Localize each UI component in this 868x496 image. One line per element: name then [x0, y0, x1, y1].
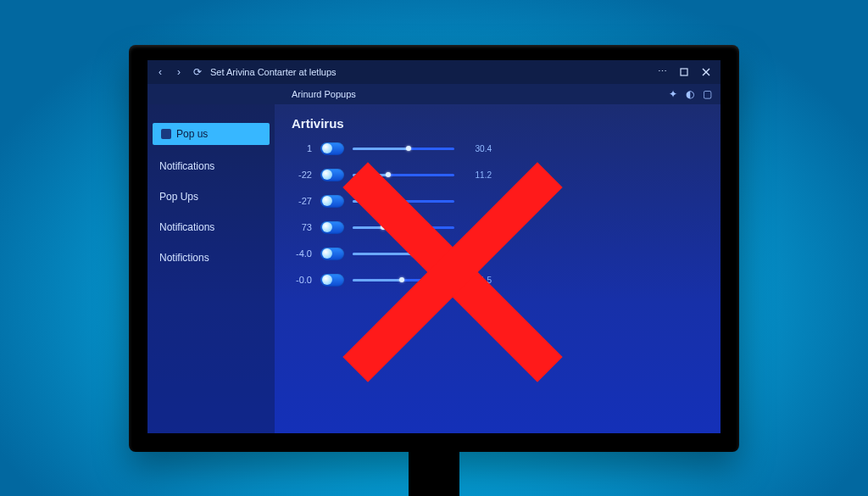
close-button[interactable]	[695, 63, 717, 81]
more-button[interactable]: ⋯	[651, 63, 673, 81]
row-toggle[interactable]	[320, 169, 344, 181]
sidebar-item-label: Pop us	[176, 128, 208, 140]
close-icon	[702, 68, 710, 76]
slider-knob[interactable]	[381, 225, 386, 230]
slider-knob[interactable]	[392, 198, 398, 203]
row-toggle[interactable]	[320, 248, 344, 260]
window-body: Pop us Notifications Pop Ups Notificatio…	[147, 104, 721, 433]
slider-fill	[353, 200, 395, 203]
row-toggle[interactable]	[320, 274, 344, 287]
sidebar-item-label: Notifictions	[159, 252, 209, 264]
row-value: 71.5	[463, 276, 492, 285]
app-window: ‹ › ⟳ Set Arivina Contarter at letlups ⋯…	[147, 60, 721, 433]
popup-icon	[161, 129, 171, 139]
slider-fill	[353, 226, 383, 229]
settings-rows: 130.4-2211.2-2773-4.02.6-0.071.5	[292, 142, 704, 287]
svg-rect-0	[681, 69, 687, 75]
monitor-stand	[409, 435, 459, 497]
row-value: 2.6	[463, 249, 492, 259]
maximize-button[interactable]	[673, 63, 695, 81]
row-label: -4.0	[292, 248, 312, 259]
window-title: Set Arivina Contarter at letlups	[210, 67, 337, 77]
slider-knob[interactable]	[406, 146, 411, 151]
slider-fill	[353, 148, 409, 150]
slider-knob[interactable]	[386, 172, 391, 177]
slider-fill	[353, 174, 388, 176]
row-toggle[interactable]	[320, 142, 344, 155]
sidebar-item-notifictions[interactable]: Notifictions	[147, 245, 275, 270]
row-slider[interactable]	[353, 253, 454, 255]
extension-icon[interactable]: ▢	[703, 88, 712, 100]
row-slider[interactable]	[353, 148, 454, 150]
slider-knob[interactable]	[411, 251, 416, 256]
window-titlebar: ‹ › ⟳ Set Arivina Contarter at letlups ⋯	[147, 60, 721, 84]
sidebar-item-label: Notifications	[159, 221, 214, 233]
subheader-label: Arinurd Popups	[292, 89, 356, 99]
row-slider[interactable]	[353, 174, 454, 176]
section-title: Artivirus	[292, 116, 704, 131]
row-label: -27	[292, 196, 312, 206]
row-value: 11.2	[463, 170, 492, 180]
sidebar-item-popups[interactable]: Pop Ups	[147, 184, 275, 209]
header-action-icons: ✦ ◐ ▢	[669, 88, 712, 100]
sidebar: Pop us Notifications Pop Ups Notificatio…	[147, 104, 275, 433]
sidebar-item-label: Pop Ups	[159, 191, 198, 203]
content-panel: Artivirus 130.4-2211.2-2773-4.02.6-0.071…	[275, 104, 721, 433]
sidebar-item-label: Notifications	[159, 160, 214, 172]
slider-knob[interactable]	[399, 277, 404, 282]
slider-fill	[353, 279, 402, 281]
row-slider[interactable]	[353, 200, 454, 203]
sidebar-item-notifications-2[interactable]: Notifications	[147, 215, 275, 240]
back-button[interactable]: ‹	[151, 63, 170, 81]
setting-row: 73	[292, 221, 704, 234]
maximize-icon	[680, 68, 688, 76]
setting-row: -4.02.6	[292, 248, 704, 260]
row-label: -0.0	[292, 275, 312, 285]
sidebar-item-popus[interactable]: Pop us	[153, 123, 270, 145]
sub-header: Arinurd Popups ✦ ◐ ▢	[147, 84, 721, 104]
setting-row: -2211.2	[292, 169, 704, 181]
settings-icon[interactable]: ◐	[686, 88, 694, 100]
row-label: 1	[292, 143, 312, 153]
row-toggle[interactable]	[320, 195, 344, 208]
row-slider[interactable]	[353, 226, 454, 229]
sidebar-item-notifications-1[interactable]: Notifications	[147, 153, 275, 179]
row-toggle[interactable]	[320, 221, 344, 234]
setting-row: -27	[292, 195, 704, 208]
row-value: 30.4	[463, 144, 492, 153]
setting-row: 130.4	[292, 142, 704, 155]
star-icon[interactable]: ✦	[669, 88, 677, 100]
forward-button[interactable]: ›	[170, 63, 188, 81]
setting-row: -0.071.5	[292, 274, 704, 287]
row-slider[interactable]	[353, 279, 454, 281]
row-label: -22	[292, 170, 312, 180]
refresh-button[interactable]: ⟳	[188, 63, 207, 81]
slider-fill	[353, 253, 414, 255]
row-label: 73	[292, 222, 312, 232]
monitor-frame: ‹ › ⟳ Set Arivina Contarter at letlups ⋯…	[129, 45, 739, 452]
